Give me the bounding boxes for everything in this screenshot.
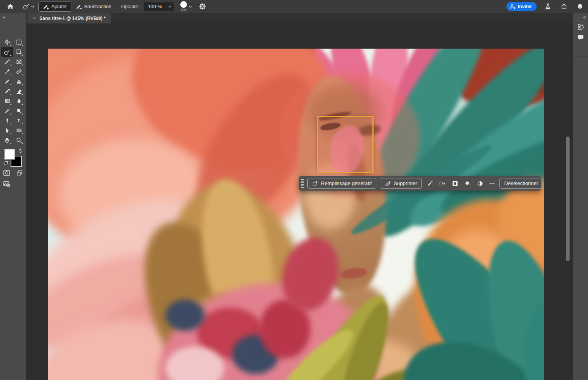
tool-zoom[interactable] <box>13 135 25 145</box>
brush-size-preview <box>180 1 187 8</box>
remove-label: Supprimer <box>394 180 417 186</box>
tool-crop[interactable] <box>13 57 25 67</box>
share-icon <box>561 3 567 10</box>
tool-grid: T ••• <box>1 37 25 155</box>
transform-selection-button[interactable] <box>437 178 448 189</box>
invite-button[interactable]: Inviter <box>506 2 537 11</box>
collapse-toolbar-icon[interactable]: « <box>3 14 5 20</box>
document-tab[interactable]: × Sans titre-1 @ 145% (RVB/8) * <box>27 13 111 24</box>
duplicate-icon[interactable] <box>16 170 23 176</box>
tool-spot-healing[interactable] <box>13 67 25 76</box>
selection-rectangle[interactable] <box>317 116 374 173</box>
tool-object-selection[interactable] <box>13 47 25 57</box>
chevron-down-icon <box>166 5 174 8</box>
contextual-taskbar: Remplissage génératif Supprimer <box>299 176 541 191</box>
document-tab-title: Sans titre-1 @ 145% (RVB/8) * <box>40 16 106 21</box>
divider <box>573 56 588 57</box>
tool-gradient[interactable] <box>1 96 13 106</box>
chevron-down-icon <box>31 5 34 8</box>
refine-selection-button[interactable] <box>424 178 436 189</box>
default-colors-icon[interactable] <box>4 161 9 165</box>
share-button[interactable] <box>559 2 569 12</box>
photoshop-app: Ajouter Soustraction Opacité : 100 % 200 <box>0 0 588 380</box>
comment-icon <box>577 34 584 41</box>
current-tool-button[interactable] <box>23 2 34 12</box>
close-tab-icon[interactable]: × <box>33 15 36 21</box>
tool-shape[interactable] <box>13 125 25 135</box>
comments-button[interactable] <box>573 34 588 41</box>
chevron-down-icon <box>189 5 192 8</box>
home-button[interactable] <box>5 2 15 12</box>
tool-eraser[interactable] <box>13 86 25 96</box>
healing-sparkle-icon <box>385 180 391 187</box>
collapse-panel-icon[interactable]: « <box>583 14 585 20</box>
tool-mixer-brush[interactable] <box>1 86 13 96</box>
deselect-label: Désélectionner <box>504 180 538 186</box>
import-image-button[interactable] <box>3 180 11 187</box>
swap-colors-icon[interactable] <box>18 148 23 153</box>
fill-selection-button[interactable] <box>462 178 474 189</box>
taskbar-more-button[interactable]: ••• <box>487 178 497 189</box>
foreground-color-swatch[interactable] <box>4 149 15 160</box>
tool-eyedropper[interactable] <box>1 67 13 76</box>
document-image <box>48 49 544 380</box>
taskbar-drag-handle[interactable] <box>301 179 304 188</box>
adjustment-button[interactable] <box>474 178 486 189</box>
brush-minus-icon <box>76 4 82 10</box>
tool-direct-select[interactable] <box>1 125 13 135</box>
tool-hand[interactable] <box>1 135 13 145</box>
home-icon <box>7 3 14 10</box>
tool-marquee-select[interactable] <box>13 37 25 47</box>
tool-smudge[interactable] <box>1 106 13 116</box>
tool-type[interactable]: T <box>13 116 25 125</box>
canvas-area[interactable]: Remplissage génératif Supprimer <box>26 24 573 380</box>
brush-size-value: 200 <box>181 8 187 12</box>
tool-settings-button[interactable] <box>198 2 208 12</box>
topbar-right-cluster: Inviter <box>506 2 588 12</box>
brush-plus-icon <box>43 4 49 10</box>
color-swatches <box>4 149 22 169</box>
opacity-dropdown[interactable]: 100 % <box>144 2 174 11</box>
tool-clone-stamp[interactable] <box>13 76 25 86</box>
invite-label: Inviter <box>518 4 532 9</box>
generative-fill-label: Remplissage génératif <box>321 180 372 186</box>
add-mode-label: Ajouter <box>51 4 67 9</box>
selection-brush-icon <box>23 3 29 10</box>
tool-move[interactable] <box>1 37 13 47</box>
notifications-button[interactable] <box>575 2 585 12</box>
document-tabbar: × Sans titre-1 @ 145% (RVB/8) * <box>26 13 573 24</box>
subtract-mode-label: Soustraction <box>84 4 111 9</box>
options-bar: Ajouter Soustraction Opacité : 100 % 200 <box>0 0 588 13</box>
right-panel: « <box>573 13 588 380</box>
vertical-scrollbar[interactable] <box>566 136 570 261</box>
tool-dodge[interactable] <box>13 106 25 116</box>
tool-selection-brush[interactable] <box>1 47 13 57</box>
tool-blur[interactable] <box>13 96 25 106</box>
create-mask-button[interactable] <box>449 178 461 189</box>
opacity-label: Opacité : <box>121 4 141 9</box>
beta-features-button[interactable] <box>543 2 553 12</box>
deselect-button[interactable]: Désélectionner <box>499 178 543 189</box>
left-toolbar: « T ••• <box>0 13 26 380</box>
brush-size-control[interactable]: 200 <box>180 1 192 12</box>
type-tool-letter: T <box>17 118 20 123</box>
workspace: × Sans titre-1 @ 145% (RVB/8) * <box>26 13 573 380</box>
divider <box>19 3 19 10</box>
generative-fill-button[interactable]: Remplissage génératif <box>307 178 376 189</box>
add-mode-button[interactable]: Ajouter <box>38 2 71 12</box>
generative-fill-icon <box>312 180 318 187</box>
person-plus-icon <box>510 4 515 9</box>
bell-icon <box>577 3 583 10</box>
subtract-mode-button[interactable]: Soustraction <box>71 2 116 12</box>
gear-icon <box>199 3 206 10</box>
version-history-icon <box>577 24 584 31</box>
opacity-value: 100 % <box>144 4 165 9</box>
image-plus-icon <box>3 180 11 187</box>
remove-button[interactable]: Supprimer <box>380 178 422 189</box>
tool-pen[interactable] <box>1 116 13 125</box>
feather-mask-icon[interactable] <box>3 170 10 176</box>
toolbar-extra-row <box>0 170 26 176</box>
tool-brush[interactable] <box>1 76 13 86</box>
tool-quick-selection[interactable] <box>1 57 13 67</box>
version-history-button[interactable] <box>573 24 588 31</box>
